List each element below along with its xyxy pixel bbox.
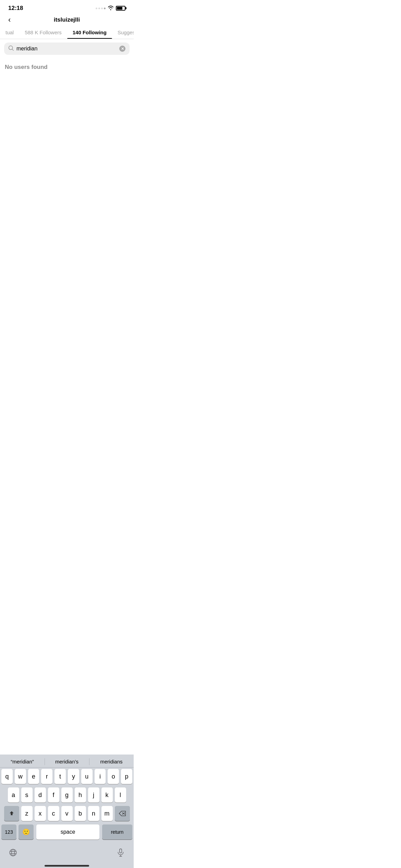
back-button[interactable]: ‹	[5, 14, 13, 26]
status-time: 12:18	[8, 5, 23, 12]
search-icon	[8, 45, 14, 52]
status-icons	[96, 5, 125, 11]
signal-icon	[96, 8, 106, 9]
search-clear-button[interactable]: ✕	[119, 46, 125, 52]
tab-mutual[interactable]: tual	[0, 26, 19, 39]
tab-following[interactable]: 140 Following	[67, 26, 112, 39]
page-title: itsluizejlli	[54, 16, 80, 23]
tabs-container: tual 588 K Followers 140 Following Sugge…	[0, 26, 134, 39]
header: ‹ itsluizejlli	[0, 14, 134, 26]
search-input[interactable]	[16, 46, 117, 52]
status-bar: 12:18	[0, 0, 134, 14]
no-users-message: No users found	[0, 58, 134, 76]
tab-suggested[interactable]: Suggested	[112, 26, 134, 39]
tab-followers[interactable]: 588 K Followers	[19, 26, 67, 39]
wifi-icon	[108, 5, 114, 11]
search-container: ✕	[0, 39, 134, 58]
svg-line-1	[12, 49, 13, 50]
battery-icon	[116, 6, 125, 11]
search-bar: ✕	[4, 43, 130, 55]
